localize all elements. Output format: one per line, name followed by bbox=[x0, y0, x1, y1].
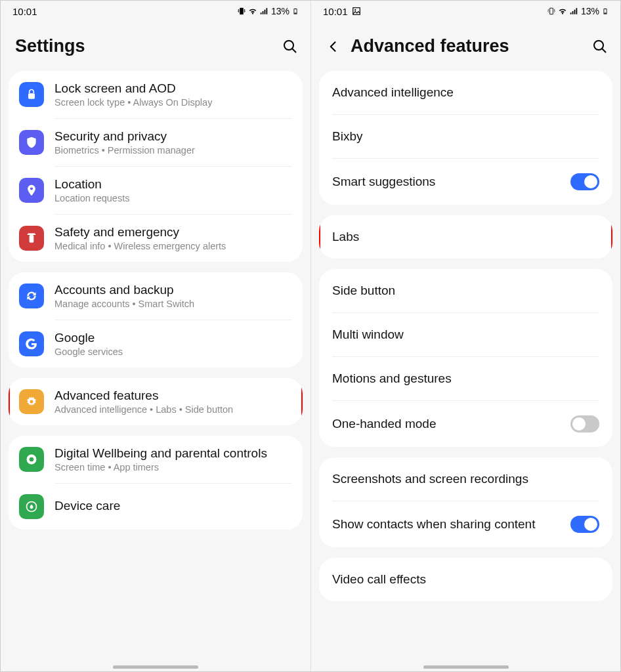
feature-label: Side button bbox=[332, 284, 599, 298]
battery-icon bbox=[602, 7, 609, 16]
feature-item[interactable]: Smart suggestions bbox=[319, 159, 612, 205]
svg-line-4 bbox=[292, 49, 296, 52]
settings-group: Lock screen and AODScreen lock type • Al… bbox=[9, 71, 303, 262]
feature-label: Advanced intelligence bbox=[332, 85, 599, 100]
status-bar: 10:01 13% bbox=[1, 1, 310, 22]
feature-item[interactable]: Bixby bbox=[319, 115, 612, 158]
item-text: LocationLocation requests bbox=[54, 177, 292, 203]
svg-point-6 bbox=[30, 187, 33, 190]
feature-item[interactable]: Labs bbox=[319, 215, 612, 259]
feature-label: Labs bbox=[332, 230, 599, 244]
settings-header: Settings bbox=[1, 22, 310, 71]
settings-screen: 10:01 13% Settings Lock screen and AODSc… bbox=[1, 1, 310, 672]
item-title: Location bbox=[54, 177, 292, 192]
settings-group: Accounts and backupManage accounts • Sma… bbox=[9, 272, 303, 368]
toggle-switch[interactable] bbox=[570, 516, 599, 533]
home-indicator[interactable] bbox=[113, 665, 198, 669]
wifi-icon bbox=[247, 7, 258, 16]
settings-item[interactable]: Advanced featuresAdvanced intelligence •… bbox=[9, 378, 303, 425]
feature-item[interactable]: Multi window bbox=[319, 313, 612, 356]
item-text: Advanced featuresAdvanced intelligence •… bbox=[54, 388, 292, 415]
feature-item[interactable]: One-handed mode bbox=[319, 401, 612, 447]
status-bar: 10:01 13% bbox=[311, 1, 620, 22]
vibrate-icon bbox=[547, 7, 556, 16]
svg-rect-1 bbox=[295, 9, 296, 9]
item-subtitle: Biometrics • Permission manager bbox=[54, 145, 292, 156]
feature-item[interactable]: Side button bbox=[319, 269, 612, 312]
search-button[interactable] bbox=[591, 38, 609, 55]
settings-group: Digital Wellbeing and parental controlsS… bbox=[9, 436, 303, 530]
item-text: Lock screen and AODScreen lock type • Al… bbox=[54, 81, 292, 108]
toggle-switch[interactable] bbox=[570, 173, 599, 190]
feature-item[interactable]: Show contacts when sharing content bbox=[319, 501, 612, 547]
page-title: Settings bbox=[15, 36, 272, 56]
feature-item[interactable]: Screenshots and screen recordings bbox=[319, 457, 612, 501]
svg-line-19 bbox=[602, 49, 606, 52]
back-button[interactable] bbox=[326, 39, 341, 54]
item-subtitle: Screen lock type • Always On Display bbox=[54, 97, 292, 108]
svg-point-9 bbox=[30, 400, 33, 404]
feature-label: Screenshots and screen recordings bbox=[332, 472, 599, 486]
signal-icon bbox=[569, 7, 578, 16]
picture-icon bbox=[352, 7, 361, 16]
settings-item[interactable]: Digital Wellbeing and parental controlsS… bbox=[9, 436, 303, 483]
svg-rect-17 bbox=[604, 13, 606, 14]
toggle-switch[interactable] bbox=[570, 415, 599, 432]
item-text: Digital Wellbeing and parental controlsS… bbox=[54, 446, 292, 472]
sync-icon bbox=[19, 284, 44, 308]
svg-point-3 bbox=[284, 41, 293, 50]
feature-label: Multi window bbox=[332, 327, 599, 342]
feature-label: Show contacts when sharing content bbox=[332, 517, 561, 532]
settings-item[interactable]: Safety and emergencyMedical info • Wirel… bbox=[9, 215, 303, 262]
item-title: Google bbox=[54, 331, 292, 345]
settings-item[interactable]: Lock screen and AODScreen lock type • Al… bbox=[9, 71, 303, 118]
page-title: Advanced features bbox=[351, 36, 582, 56]
battery-icon bbox=[292, 7, 299, 16]
status-icons bbox=[547, 7, 578, 16]
status-time: 10:01 bbox=[323, 6, 348, 17]
signal-icon bbox=[259, 7, 268, 16]
lock-icon bbox=[19, 82, 44, 107]
svg-rect-7 bbox=[30, 235, 34, 243]
feature-item[interactable]: Motions and gestures bbox=[319, 357, 612, 400]
search-button[interactable] bbox=[282, 38, 299, 55]
item-text: Accounts and backupManage accounts • Sma… bbox=[54, 283, 292, 309]
advanced-header: Advanced features bbox=[311, 22, 620, 71]
search-icon bbox=[282, 39, 298, 54]
item-title: Safety and emergency bbox=[54, 225, 292, 240]
pin-icon bbox=[19, 178, 44, 203]
item-text: Security and privacyBiometrics • Permiss… bbox=[54, 129, 292, 156]
gear-icon bbox=[19, 389, 44, 414]
item-subtitle: Medical info • Wireless emergency alerts bbox=[54, 241, 292, 251]
wellbeing-icon bbox=[19, 447, 44, 472]
status-time: 10:01 bbox=[12, 6, 37, 17]
chevron-left-icon bbox=[327, 40, 340, 53]
feature-label: Bixby bbox=[332, 129, 599, 144]
settings-group: Advanced featuresAdvanced intelligence •… bbox=[9, 378, 303, 425]
settings-item[interactable]: Device care bbox=[9, 484, 303, 530]
features-group: Advanced intelligenceBixbySmart suggesti… bbox=[319, 71, 612, 205]
item-subtitle: Advanced intelligence • Labs • Side butt… bbox=[54, 404, 292, 415]
feature-label: Video call effects bbox=[332, 572, 599, 587]
svg-point-14 bbox=[354, 9, 356, 10]
features-group: Screenshots and screen recordingsShow co… bbox=[319, 457, 612, 547]
status-battery: 13% bbox=[581, 6, 599, 16]
item-subtitle: Screen time • App timers bbox=[54, 462, 292, 472]
home-indicator[interactable] bbox=[423, 665, 509, 669]
settings-item[interactable]: LocationLocation requests bbox=[9, 167, 303, 214]
vibrate-icon bbox=[237, 7, 246, 16]
item-title: Advanced features bbox=[54, 388, 292, 403]
item-title: Digital Wellbeing and parental controls bbox=[54, 446, 292, 461]
feature-item[interactable]: Advanced intelligence bbox=[319, 71, 612, 114]
item-title: Lock screen and AOD bbox=[54, 81, 292, 96]
item-text: GoogleGoogle services bbox=[54, 331, 292, 357]
features-group: Labs bbox=[319, 215, 612, 259]
google-icon bbox=[19, 331, 44, 356]
settings-item[interactable]: GoogleGoogle services bbox=[9, 320, 303, 368]
settings-item[interactable]: Security and privacyBiometrics • Permiss… bbox=[9, 119, 303, 166]
item-subtitle: Location requests bbox=[54, 193, 292, 203]
settings-item[interactable]: Accounts and backupManage accounts • Sma… bbox=[9, 272, 303, 320]
feature-item[interactable]: Video call effects bbox=[319, 558, 612, 601]
svg-point-11 bbox=[30, 457, 34, 462]
wifi-icon bbox=[557, 7, 568, 16]
